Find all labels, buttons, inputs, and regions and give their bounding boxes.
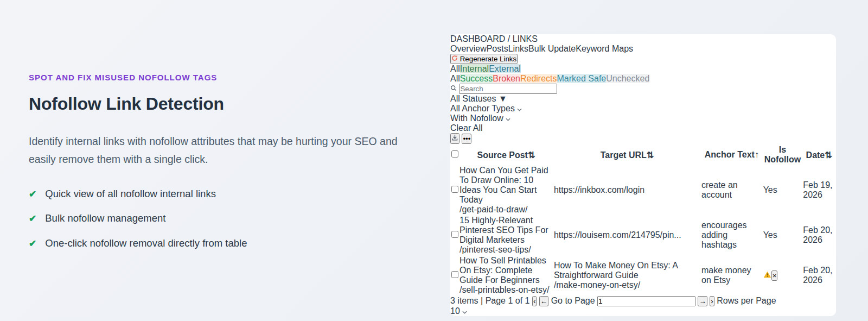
source-post-link[interactable]: 15 Highly-Relevant Pinterest SEO Tips Fo… bbox=[459, 216, 553, 245]
statuses-select[interactable]: All Statuses ▼ bbox=[450, 94, 836, 104]
sort-icon[interactable]: ⇅ bbox=[647, 150, 654, 160]
feature-hero: SPOT AND FIX MISUSED NOFOLLOW TAGS Nofol… bbox=[29, 73, 425, 262]
anchor-text-cell: encourages adding hashtags bbox=[701, 216, 762, 255]
source-post-cell: 15 Highly-Relevant Pinterest SEO Tips Fo… bbox=[459, 216, 553, 255]
target-url-link[interactable]: https://louisem.com/214795/pin... bbox=[554, 230, 700, 240]
target-url-cell: How To Make Money On Etsy: A Straightfor… bbox=[554, 256, 700, 295]
prev-page-button[interactable]: ← bbox=[539, 296, 548, 306]
table-row: 15 Highly-Relevant Pinterest SEO Tips Fo… bbox=[451, 216, 835, 255]
status-filter-marked-safe[interactable]: Marked Safe bbox=[557, 74, 607, 83]
page-indicator: Page 1 of 1 bbox=[486, 296, 530, 305]
scope-filter-internal[interactable]: Internal bbox=[460, 64, 489, 73]
links-table: Source Post⇅Target URL⇅Anchor Text↑Is No… bbox=[450, 144, 836, 296]
feature-text: One-click nofollow removal directly from… bbox=[45, 237, 247, 249]
export-button[interactable] bbox=[450, 133, 459, 144]
refresh-icon bbox=[451, 55, 458, 61]
breadcrumb: DASHBOARD / LINKS bbox=[450, 34, 836, 44]
first-page-button[interactable]: ‹ bbox=[532, 296, 537, 306]
status-filter-success[interactable]: Success bbox=[460, 74, 493, 83]
feature-text: Bulk nofollow management bbox=[45, 212, 165, 224]
sort-icon[interactable]: ⇅ bbox=[825, 150, 832, 160]
nofollow-select-value: With Nofollow bbox=[450, 114, 503, 123]
column-header-is-nofollow[interactable]: Is Nofollow bbox=[763, 145, 802, 165]
statuses-select-value: All Statuses bbox=[450, 94, 496, 103]
scope-filter-all[interactable]: All bbox=[450, 64, 460, 73]
row-checkbox[interactable] bbox=[451, 231, 458, 238]
source-post-cell: How To Sell Printables On Etsy: Complete… bbox=[459, 256, 553, 295]
dashboard-card: DASHBOARD / LINKS OverviewPostsLinksBulk… bbox=[450, 34, 836, 316]
feature-item: ✔Quick view of all nofollow internal lin… bbox=[29, 188, 425, 202]
source-post-slug: /get-paid-to-draw/ bbox=[459, 205, 553, 215]
chevron-down-icon bbox=[462, 311, 467, 314]
page-title: Nofollow Link Detection bbox=[29, 94, 425, 114]
target-url-link[interactable]: How To Make Money On Etsy: A Straightfor… bbox=[554, 261, 700, 280]
chevron-down-icon bbox=[506, 118, 510, 121]
rows-per-page-select[interactable]: 10 bbox=[450, 306, 836, 316]
check-icon: ✔ bbox=[29, 188, 36, 202]
column-header-anchor-text[interactable]: Anchor Text↑ bbox=[701, 145, 762, 165]
select-all-checkbox[interactable] bbox=[451, 150, 458, 158]
sort-icon[interactable]: ↑ bbox=[755, 150, 759, 159]
column-header-source-post[interactable]: Source Post⇅ bbox=[459, 145, 553, 165]
target-url-link[interactable]: https://inkbox.com/login bbox=[554, 185, 700, 195]
tab-posts[interactable]: Posts bbox=[487, 44, 508, 54]
row-select-cell bbox=[451, 216, 458, 255]
tab-overview[interactable]: Overview bbox=[450, 44, 487, 54]
anchor-text-cell: create an account bbox=[701, 166, 762, 215]
status-filter-all[interactable]: All bbox=[450, 74, 460, 83]
status-filter-broken[interactable]: Broken bbox=[493, 74, 520, 83]
card-body: AllInternalExternal AllSuccessBrokenRedi… bbox=[450, 64, 836, 296]
pagination-divider: | bbox=[481, 296, 483, 305]
breadcrumb-dashboard[interactable]: DASHBOARD bbox=[450, 34, 505, 43]
remove-nofollow-button[interactable]: × bbox=[771, 270, 778, 281]
items-count: 3 items bbox=[450, 296, 478, 305]
tab-links[interactable]: Links bbox=[508, 44, 528, 54]
source-post-link[interactable]: How Can You Get Paid To Draw Online: 10 … bbox=[459, 166, 553, 205]
next-page-button[interactable]: → bbox=[698, 296, 707, 306]
feature-list: ✔Quick view of all nofollow internal lin… bbox=[29, 188, 425, 251]
is-nofollow-cell: Yes bbox=[763, 166, 802, 215]
search-input[interactable] bbox=[459, 84, 557, 94]
nofollow-warning-badge: × bbox=[763, 270, 778, 280]
status-filter-unchecked[interactable]: Unchecked bbox=[606, 74, 649, 83]
status-filter: AllSuccessBrokenRedirectsMarked SafeUnch… bbox=[450, 74, 836, 84]
source-post-cell: How Can You Get Paid To Draw Online: 10 … bbox=[459, 166, 553, 215]
header-select-all-cell bbox=[451, 145, 458, 165]
download-icon bbox=[451, 134, 458, 141]
more-options-button[interactable]: ••• bbox=[462, 134, 471, 144]
ellipsis-icon: ••• bbox=[463, 135, 470, 143]
breadcrumb-links: LINKS bbox=[513, 34, 538, 43]
sort-icon[interactable]: ⇅ bbox=[528, 150, 535, 160]
target-url-cell: https://louisem.com/214795/pin... bbox=[554, 216, 700, 255]
row-checkbox[interactable] bbox=[451, 186, 458, 193]
is-nofollow-cell: × bbox=[763, 256, 802, 295]
row-checkbox[interactable] bbox=[451, 271, 458, 278]
date-cell: Feb 19, 2026 bbox=[803, 166, 835, 215]
date-cell: Feb 20, 2026 bbox=[803, 256, 835, 295]
clear-all-link[interactable]: Clear All bbox=[450, 123, 483, 133]
table-row: How Can You Get Paid To Draw Online: 10 … bbox=[451, 166, 835, 215]
anchor-types-select[interactable]: All Anchor Types bbox=[450, 104, 836, 114]
tab-keyword-maps[interactable]: Keyword Maps bbox=[576, 44, 633, 54]
scope-filter-external[interactable]: External bbox=[489, 64, 521, 73]
card-header: DASHBOARD / LINKS OverviewPostsLinksBulk… bbox=[450, 34, 836, 64]
tab-bar: OverviewPostsLinksBulk UpdateKeyword Map… bbox=[450, 44, 836, 64]
status-filter-redirects[interactable]: Redirects bbox=[520, 74, 557, 83]
regenerate-links-button[interactable]: Regenerate Links bbox=[450, 54, 518, 64]
page-input[interactable] bbox=[597, 296, 695, 306]
nofollow-select[interactable]: With Nofollow bbox=[450, 114, 836, 123]
tabs: OverviewPostsLinksBulk UpdateKeyword Map… bbox=[450, 44, 836, 54]
row-select-cell bbox=[451, 166, 458, 215]
scope-filter: AllInternalExternal bbox=[450, 64, 836, 74]
chevron-down-icon bbox=[517, 108, 522, 111]
search-icon bbox=[450, 85, 457, 91]
toolbar: All Statuses ▼ All Anchor Types With Nof… bbox=[450, 84, 836, 144]
table-header-row: Source Post⇅Target URL⇅Anchor Text↑Is No… bbox=[451, 145, 835, 165]
search-field[interactable] bbox=[450, 84, 557, 93]
filters-row: AllInternalExternal AllSuccessBrokenRedi… bbox=[450, 64, 836, 84]
column-header-date[interactable]: Date⇅ bbox=[803, 145, 835, 165]
tab-bulk-update[interactable]: Bulk Update bbox=[528, 44, 576, 54]
source-post-link[interactable]: How To Sell Printables On Etsy: Complete… bbox=[459, 256, 553, 285]
column-header-target-url[interactable]: Target URL⇅ bbox=[554, 145, 700, 165]
last-page-button[interactable]: › bbox=[710, 296, 714, 306]
